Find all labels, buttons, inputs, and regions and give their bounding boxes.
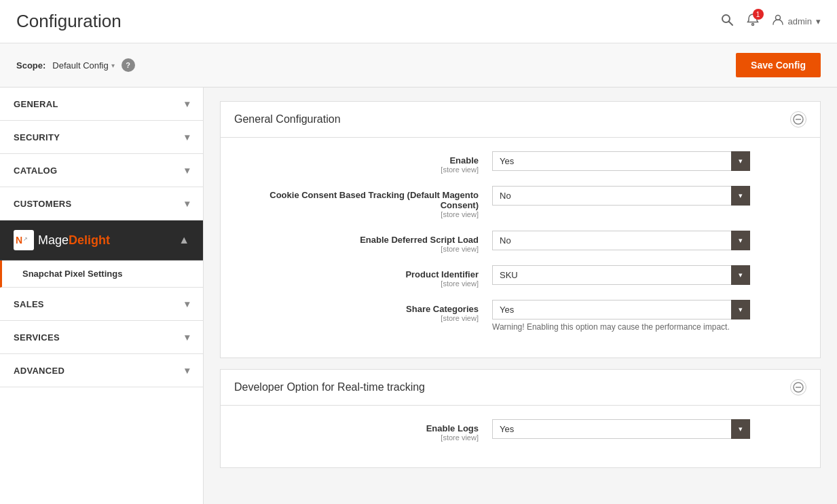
label-share-categories: Share Categories [234, 304, 479, 314]
sidebar-advanced-chevron: ▾ [185, 365, 189, 376]
scope-left: Scope: Default Config ▾ ? [16, 58, 135, 72]
sidebar-item-general-label: GENERAL [14, 99, 58, 109]
scope-label: Scope: [16, 60, 45, 71]
form-row-enable: Enable [store view] Yes No ▾ [234, 151, 806, 174]
sidebar-item-customers-label: CUSTOMERS [14, 199, 72, 209]
form-row-share-categories: Share Categories [store view] Yes No ▾ W… [234, 300, 806, 332]
brand-name: MageDelight [38, 233, 110, 248]
main-layout: GENERAL ▾ SECURITY ▾ CATALOG ▾ CUSTOMERS… [0, 88, 837, 504]
scope-dropdown-arrow: ▾ [111, 62, 115, 69]
svg-text:↗: ↗ [23, 236, 28, 242]
sidebar-security-chevron: ▾ [185, 132, 189, 142]
select-product-identifier[interactable]: SKU ID [492, 265, 750, 285]
admin-username: admin [788, 16, 812, 26]
sidebar: GENERAL ▾ SECURITY ▾ CATALOG ▾ CUSTOMERS… [0, 88, 204, 504]
notification-bell-icon[interactable]: 1 [746, 13, 760, 30]
sidebar-sub-item-snapchat-pixel-settings[interactable]: Snapchat Pixel Settings [0, 260, 203, 288]
select-wrapper-enable-logs: Yes No ▾ [492, 419, 750, 439]
form-control-col-cookie-consent: No Yes ▾ [492, 186, 806, 206]
form-row-enable-logs: Enable Logs [store view] Yes No ▾ [234, 419, 806, 442]
admin-dropdown-arrow: ▾ [816, 16, 821, 26]
select-wrapper-enable: Yes No ▾ [492, 151, 750, 171]
form-row-product-identifier: Product Identifier [store view] SKU ID ▾ [234, 265, 806, 288]
label-product-identifier: Product Identifier [234, 269, 479, 279]
section-developer-option-title: Developer Option for Real-time tracking [234, 381, 425, 393]
sidebar-sub-item-snapchat-label: Snapchat Pixel Settings [22, 269, 122, 279]
page-title: Configuration [16, 11, 122, 32]
sidebar-customers-chevron: ▾ [185, 198, 189, 209]
form-control-col-enable-logs: Yes No ▾ [492, 419, 806, 439]
form-label-col-product-identifier: Product Identifier [store view] [234, 265, 492, 288]
form-label-col-share-categories: Share Categories [store view] [234, 300, 492, 322]
brand-logo: N ↗ MageDelight [14, 230, 110, 250]
sidebar-services-chevron: ▾ [185, 332, 189, 343]
sublabel-deferred-script: [store view] [234, 245, 479, 253]
sidebar-item-security[interactable]: SECURITY ▾ [0, 121, 203, 154]
sidebar-brand-magedelight[interactable]: N ↗ MageDelight ▲ [0, 220, 203, 260]
header-actions: 1 admin ▾ [720, 13, 821, 30]
user-avatar-icon [772, 14, 784, 29]
section-developer-option: Developer Option for Real-time tracking … [220, 369, 821, 468]
sidebar-sales-chevron: ▾ [185, 298, 189, 309]
svg-line-1 [728, 22, 732, 26]
label-enable: Enable [234, 155, 479, 166]
scope-selected-value: Default Config [52, 60, 108, 71]
form-label-col-enable: Enable [store view] [234, 151, 492, 174]
sidebar-item-sales-label: SALES [14, 299, 44, 309]
sidebar-item-catalog-label: CATALOG [14, 166, 57, 176]
sidebar-item-catalog[interactable]: CATALOG ▾ [0, 154, 203, 187]
notification-badge: 1 [753, 9, 764, 20]
select-deferred-script[interactable]: No Yes [492, 231, 750, 250]
sublabel-enable: [store view] [234, 166, 479, 174]
page-header: Configuration 1 admin ▾ [0, 0, 837, 43]
svg-text:N: N [16, 235, 22, 246]
section-general-config: General Configuration Enable [store view… [220, 101, 821, 358]
brand-chevron-up: ▲ [179, 234, 189, 246]
form-row-cookie-consent: Cookie Consent Based Tracking (Default M… [234, 186, 806, 218]
section-developer-option-toggle[interactable] [790, 379, 806, 395]
sublabel-product-identifier: [store view] [234, 279, 479, 288]
form-control-col-product-identifier: SKU ID ▾ [492, 265, 806, 285]
share-categories-warning: Warning! Enabling this option may cause … [492, 322, 806, 332]
section-general-config-title: General Configuration [234, 113, 341, 125]
sidebar-catalog-chevron: ▾ [185, 165, 189, 176]
select-cookie-consent[interactable]: No Yes [492, 186, 750, 206]
sublabel-enable-logs: [store view] [234, 433, 479, 442]
save-config-button[interactable]: Save Config [736, 53, 821, 77]
sidebar-item-sales[interactable]: SALES ▾ [0, 288, 203, 321]
section-general-config-body: Enable [store view] Yes No ▾ [221, 138, 820, 357]
select-wrapper-deferred-script: No Yes ▾ [492, 231, 750, 250]
select-enable[interactable]: Yes No [492, 151, 750, 171]
form-row-deferred-script: Enable Deferred Script Load [store view]… [234, 231, 806, 253]
select-wrapper-share-categories: Yes No ▾ [492, 300, 750, 319]
content-area: General Configuration Enable [store view… [204, 88, 837, 504]
sidebar-item-security-label: SECURITY [14, 132, 60, 142]
label-cookie-consent: Cookie Consent Based Tracking (Default M… [234, 190, 479, 210]
form-label-col-enable-logs: Enable Logs [store view] [234, 419, 492, 442]
sublabel-share-categories: [store view] [234, 314, 479, 322]
search-icon[interactable] [720, 13, 734, 30]
magedelight-logo-icon: N ↗ [14, 230, 34, 250]
select-share-categories[interactable]: Yes No [492, 300, 750, 319]
form-control-col-enable: Yes No ▾ [492, 151, 806, 171]
scope-help-icon[interactable]: ? [122, 58, 135, 72]
sidebar-item-advanced-label: ADVANCED [14, 366, 64, 376]
sidebar-general-chevron: ▾ [185, 98, 189, 109]
sidebar-item-general[interactable]: GENERAL ▾ [0, 88, 203, 121]
scope-select[interactable]: Default Config ▾ [52, 60, 114, 71]
scope-bar: Scope: Default Config ▾ ? Save Config [0, 43, 837, 88]
section-general-config-toggle[interactable] [790, 111, 806, 128]
label-deferred-script: Enable Deferred Script Load [234, 235, 479, 245]
select-wrapper-product-identifier: SKU ID ▾ [492, 265, 750, 285]
section-general-config-header[interactable]: General Configuration [221, 102, 820, 138]
sidebar-item-customers[interactable]: CUSTOMERS ▾ [0, 187, 203, 220]
form-label-col-deferred-script: Enable Deferred Script Load [store view] [234, 231, 492, 253]
sidebar-item-services[interactable]: SERVICES ▾ [0, 321, 203, 354]
sidebar-item-advanced[interactable]: ADVANCED ▾ [0, 354, 203, 387]
select-enable-logs[interactable]: Yes No [492, 419, 750, 439]
admin-user-menu[interactable]: admin ▾ [772, 14, 821, 29]
form-control-col-deferred-script: No Yes ▾ [492, 231, 806, 250]
sidebar-item-services-label: SERVICES [14, 332, 60, 343]
section-developer-option-header[interactable]: Developer Option for Real-time tracking [221, 370, 820, 406]
sublabel-cookie-consent: [store view] [234, 210, 479, 218]
